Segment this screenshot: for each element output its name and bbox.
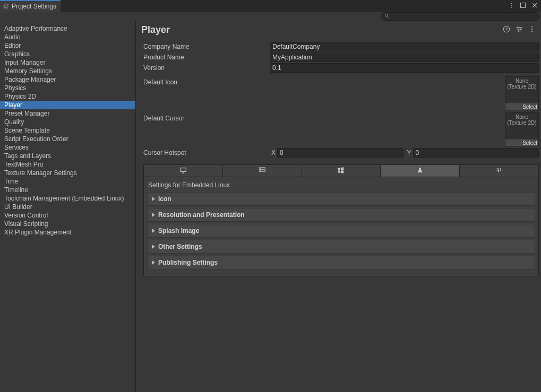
foldout-icon[interactable]: Icon: [147, 192, 535, 206]
maximize-icon[interactable]: [520, 2, 526, 10]
monitor-icon: [179, 167, 187, 176]
server-icon: [259, 167, 266, 176]
sidebar-item-time[interactable]: Time: [0, 177, 135, 186]
svg-point-10: [520, 29, 521, 30]
sidebar-item-package-manager[interactable]: Package Manager: [0, 75, 135, 84]
texture-none-label: None: [516, 114, 528, 120]
foldout-label: Icon: [158, 195, 171, 203]
search-bar: [0, 12, 541, 21]
svg-point-2: [511, 3, 512, 4]
select-button[interactable]: Select: [505, 140, 538, 146]
svg-point-9: [517, 27, 519, 28]
product-name-field[interactable]: [270, 53, 539, 62]
platform-panel: Settings for Embedded Linux Icon Resolut…: [143, 177, 539, 276]
svg-point-6: [385, 14, 388, 16]
sidebar-item-textmesh-pro[interactable]: TextMesh Pro: [0, 160, 135, 169]
svg-point-25: [500, 168, 501, 169]
svg-point-24: [498, 168, 499, 169]
sidebar: Adaptive Performance Audio Editor Graphi…: [0, 21, 136, 392]
platform-tab-windows[interactable]: [302, 165, 381, 177]
default-cursor-slot[interactable]: None (Texture 2D) Select: [505, 112, 539, 146]
sidebar-item-memory-settings[interactable]: Memory Settings: [0, 67, 135, 75]
svg-point-11: [518, 30, 520, 32]
sidebar-item-services[interactable]: Services: [0, 143, 135, 152]
sidebar-item-editor[interactable]: Editor: [0, 41, 135, 50]
sidebar-item-ui-builder[interactable]: UI Builder: [0, 203, 135, 211]
svg-point-14: [531, 31, 533, 32]
sidebar-item-physics-2d[interactable]: Physics 2D: [0, 92, 135, 101]
sidebar-item-texture-manager-settings[interactable]: Texture Manager Settings: [0, 169, 135, 177]
sidebar-item-graphics[interactable]: Graphics: [0, 50, 135, 58]
close-icon[interactable]: [531, 2, 538, 10]
cursor-hotspot-y-field[interactable]: [413, 148, 539, 158]
svg-rect-5: [521, 3, 526, 7]
sidebar-item-audio[interactable]: Audio: [0, 33, 135, 41]
svg-point-21: [418, 172, 419, 172]
x-label: X: [270, 149, 277, 156]
windows-icon: [337, 167, 345, 176]
company-name-field[interactable]: [270, 42, 539, 51]
search-icon: [384, 13, 390, 20]
blackberry-icon: [495, 167, 503, 176]
foldout-other-settings[interactable]: Other Settings: [147, 240, 535, 254]
foldout-splash-image[interactable]: Splash Image: [147, 224, 535, 238]
cursor-hotspot-x-field[interactable]: [277, 148, 403, 158]
foldout-resolution[interactable]: Resolution and Presentation: [147, 208, 535, 222]
platform-tab-blackberry[interactable]: [460, 165, 538, 177]
platform-tab-standalone[interactable]: [144, 165, 223, 177]
texture-type-label: (Texture 2D): [507, 84, 536, 90]
texture-none-label: None: [516, 78, 528, 84]
foldout-publishing-settings[interactable]: Publishing Settings: [147, 256, 535, 269]
kebab-icon[interactable]: [528, 25, 536, 34]
sidebar-item-quality[interactable]: Quality: [0, 118, 135, 126]
foldout-label: Resolution and Presentation: [158, 211, 245, 219]
sliders-icon[interactable]: [516, 25, 523, 34]
foldout-label: Publishing Settings: [158, 259, 218, 266]
version-label: Version: [143, 64, 270, 72]
svg-point-18: [260, 168, 261, 168]
svg-point-28: [500, 169, 501, 170]
svg-point-26: [497, 169, 498, 170]
svg-point-0: [4, 5, 7, 8]
company-name-label: Company Name: [143, 43, 270, 50]
select-button[interactable]: Select: [505, 103, 538, 110]
sidebar-item-toolchain-management[interactable]: Toolchain Management (Embedded Linux): [0, 194, 135, 203]
sidebar-item-tags-and-layers[interactable]: Tags and Layers: [0, 152, 135, 160]
sidebar-item-script-execution-order[interactable]: Script Execution Order: [0, 135, 135, 143]
product-name-label: Product Name: [143, 54, 270, 61]
version-field[interactable]: [270, 63, 539, 73]
kebab-icon[interactable]: [508, 2, 514, 10]
search-input[interactable]: [381, 12, 540, 21]
sidebar-item-scene-template[interactable]: Scene Template: [0, 126, 135, 135]
svg-rect-15: [181, 168, 186, 171]
svg-point-12: [531, 26, 533, 27]
chevron-right-icon: [152, 197, 155, 201]
sidebar-item-visual-scripting[interactable]: Visual Scripting: [0, 220, 135, 228]
cursor-hotspot-label: Cursor Hotspot: [143, 149, 270, 156]
sidebar-item-timeline[interactable]: Timeline: [0, 186, 135, 194]
sidebar-item-version-control[interactable]: Version Control: [0, 211, 135, 220]
default-icon-slot[interactable]: None (Texture 2D) Select: [505, 76, 539, 110]
sidebar-item-adaptive-performance[interactable]: Adaptive Performance: [0, 24, 135, 33]
window-tab[interactable]: Project Settings: [0, 0, 61, 12]
svg-point-19: [260, 170, 261, 171]
sidebar-item-preset-manager[interactable]: Preset Manager: [0, 109, 135, 118]
platform-tabs: [143, 164, 539, 177]
title-bar: Project Settings: [0, 0, 541, 12]
svg-point-13: [531, 29, 533, 30]
page-title: Player: [141, 24, 503, 36]
svg-point-3: [511, 5, 512, 6]
platform-panel-title: Settings for Embedded Linux: [147, 179, 535, 192]
main-panel: Player ? Company Name Product Name Versi…: [136, 21, 541, 392]
platform-tab-embedded-linux[interactable]: [381, 165, 460, 177]
platform-tab-server[interactable]: [223, 165, 302, 177]
help-icon[interactable]: ?: [503, 25, 510, 34]
default-icon-label: Default Icon: [143, 76, 270, 110]
foldout-label: Other Settings: [158, 243, 202, 250]
svg-point-22: [421, 172, 423, 172]
chevron-right-icon: [152, 260, 155, 265]
sidebar-item-input-manager[interactable]: Input Manager: [0, 58, 135, 67]
sidebar-item-physics[interactable]: Physics: [0, 84, 135, 92]
sidebar-item-xr-plugin-management[interactable]: XR Plugin Management: [0, 228, 135, 237]
sidebar-item-player[interactable]: Player: [0, 101, 135, 109]
